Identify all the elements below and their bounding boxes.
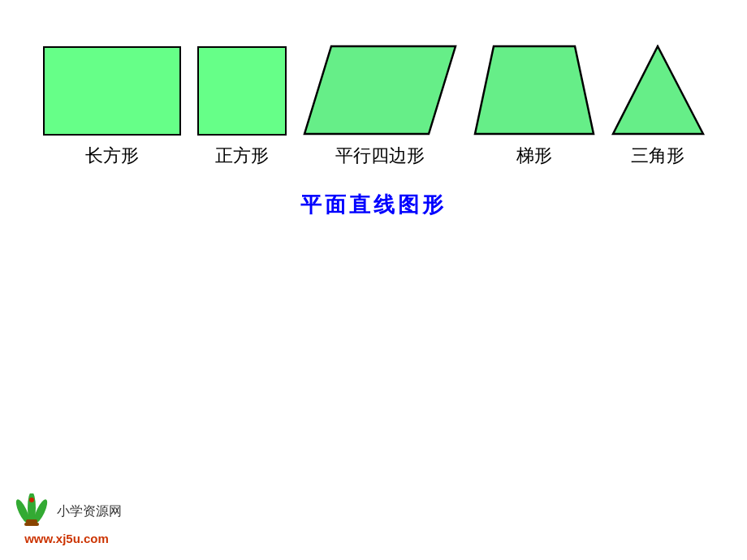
- shape-item-trapezoid: 梯形: [473, 45, 595, 168]
- watermark: 小学资源网 www.xj5u.com: [11, 493, 122, 545]
- triangle-shape: [611, 45, 705, 136]
- svg-marker-0: [304, 46, 456, 134]
- svg-point-8: [29, 498, 34, 502]
- square-label: 正方形: [215, 144, 269, 168]
- svg-marker-1: [475, 46, 594, 134]
- rectangle-label: 长方形: [85, 144, 139, 168]
- rectangle-shape: [43, 46, 181, 136]
- watermark-logo: 小学资源网: [11, 493, 122, 530]
- shape-item-parallelogram: 平行四边形: [303, 45, 457, 168]
- subtitle: 平面直线图形: [300, 191, 447, 219]
- watermark-name: 小学资源网: [57, 503, 122, 520]
- logo-icon: [11, 493, 52, 530]
- svg-marker-2: [613, 46, 703, 134]
- shapes-row: 长方形 正方形 平行四边形 梯形 三角形: [19, 45, 729, 168]
- triangle-label: 三角形: [631, 144, 684, 168]
- shape-item-rectangle: 长方形: [43, 46, 181, 168]
- parallelogram-label: 平行四边形: [335, 144, 425, 168]
- square-shape: [197, 46, 287, 136]
- trapezoid-label: 梯形: [516, 144, 552, 168]
- shape-item-square: 正方形: [197, 46, 287, 168]
- watermark-url: www.xj5u.com: [24, 532, 109, 545]
- slide: 长方形 正方形 平行四边形 梯形 三角形: [0, 0, 747, 560]
- trapezoid-shape: [473, 45, 595, 136]
- svg-rect-7: [24, 523, 39, 526]
- parallelogram-shape: [303, 45, 457, 136]
- shape-item-triangle: 三角形: [611, 45, 705, 168]
